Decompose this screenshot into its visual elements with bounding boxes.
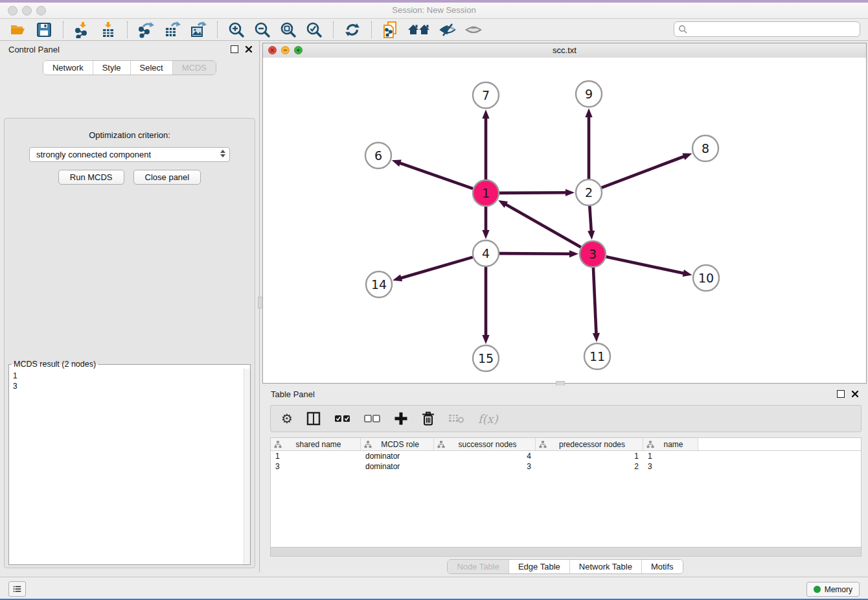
column-header-name[interactable]: name: [643, 438, 698, 450]
minimize-window-button[interactable]: [22, 6, 32, 16]
clone-network-button[interactable]: [380, 21, 401, 39]
apply-layout-button[interactable]: [342, 21, 363, 39]
delete-column-button[interactable]: [421, 409, 435, 428]
tab-network[interactable]: Network: [43, 61, 93, 75]
mcds-result-line: 3: [13, 381, 240, 391]
network-graph[interactable]: 7968124314101511: [263, 58, 866, 383]
table-cell: 1: [643, 451, 698, 461]
edge-3-11[interactable]: [593, 268, 597, 334]
save-session-button[interactable]: [34, 21, 54, 39]
import-network-button[interactable]: [72, 21, 93, 39]
edge-3-1[interactable]: [505, 204, 581, 248]
tab-edge-table[interactable]: Edge Table: [508, 560, 569, 573]
column-header-predecessor-nodes[interactable]: predecessor nodes: [536, 438, 643, 450]
import-table-button[interactable]: [98, 21, 119, 39]
search-input[interactable]: [690, 24, 860, 34]
hide-selected-button[interactable]: [463, 21, 484, 39]
edge-arrowhead: [482, 335, 489, 344]
eye-slash-icon: [439, 21, 457, 38]
network-maximize-button[interactable]: [294, 46, 303, 54]
edge-4-3[interactable]: [499, 253, 571, 254]
zoom-out-button[interactable]: [252, 21, 273, 39]
select-all-rows-button[interactable]: [334, 409, 351, 428]
network-close-button[interactable]: [268, 46, 277, 54]
edge-4-14[interactable]: [400, 257, 473, 279]
table-panel: Table Panel ⚙: [262, 386, 868, 575]
edge-2-8[interactable]: [602, 156, 685, 188]
tab-node-table[interactable]: Node Table: [448, 560, 508, 573]
refresh-icon: [344, 21, 361, 38]
mcds-result-legend: MCDS result (2 nodes): [12, 360, 98, 369]
task-history-button[interactable]: [8, 581, 26, 597]
control-panel-close-icon[interactable]: [245, 45, 253, 53]
deselect-all-rows-button[interactable]: [364, 409, 381, 428]
export-image-button[interactable]: [188, 21, 209, 39]
table-panel-title: Table Panel: [271, 389, 315, 399]
edge-arrowhead: [569, 250, 578, 257]
network-view-window: scc.txt 7968124314101511: [262, 43, 867, 384]
column-header-shared-name[interactable]: shared name: [271, 438, 361, 450]
edge-arrowhead: [682, 153, 692, 159]
export-network-button[interactable]: [136, 21, 157, 39]
table-cell: 3: [271, 461, 361, 472]
column-header-label: name: [654, 440, 698, 449]
close-panel-button[interactable]: Close panel: [133, 170, 201, 185]
tab-motifs[interactable]: Motifs: [641, 560, 683, 573]
graph-node-label: 10: [698, 271, 714, 285]
mcds-result-scrollbar[interactable]: [244, 369, 250, 564]
control-panel-tabs: NetworkStyleSelectMCDS: [43, 60, 216, 75]
graph-node-label: 9: [585, 87, 593, 101]
table-panel-maximize-button[interactable]: [837, 390, 845, 398]
create-column-button[interactable]: [394, 409, 408, 428]
table-horizontal-scrollbar[interactable]: [270, 548, 862, 557]
memory-label: Memory: [825, 585, 852, 594]
column-header-mcds-role[interactable]: MCDS role: [361, 438, 434, 450]
edge-1-2[interactable]: [499, 192, 567, 193]
graph-node-label: 2: [585, 185, 593, 200]
network-canvas[interactable]: 7968124314101511: [263, 58, 866, 383]
memory-button[interactable]: Memory: [806, 582, 860, 597]
table-cell: 1: [536, 451, 643, 461]
toggle-graphics-details-button[interactable]: [437, 21, 458, 39]
tab-mcds[interactable]: MCDS: [172, 61, 216, 75]
table-row[interactable]: 3dominator323: [271, 461, 861, 472]
function-builder-button: f(x): [478, 409, 498, 428]
criterion-dropdown[interactable]: strongly connected component: [29, 147, 230, 162]
zoom-fit-button[interactable]: [278, 21, 299, 39]
edge-1-6[interactable]: [399, 163, 473, 189]
column-header-label: successor nodes: [445, 440, 535, 449]
close-window-button[interactable]: [8, 6, 17, 16]
zoom-in-button[interactable]: [226, 21, 247, 39]
table-cell: 1: [271, 451, 361, 461]
tab-network-table[interactable]: Network Table: [569, 560, 641, 573]
application-window: Session: New Session: [0, 0, 868, 600]
edge-arrowhead: [585, 108, 592, 117]
show-all-networks-button[interactable]: [406, 21, 432, 39]
column-header-successor-nodes[interactable]: successor nodes: [434, 438, 536, 450]
split-view-button[interactable]: [306, 409, 321, 428]
zoom-window-button[interactable]: [36, 6, 46, 16]
mcds-result-line: 1: [13, 371, 240, 381]
control-panel-title: Control Panel: [8, 45, 60, 54]
table-cell: dominator: [361, 451, 434, 461]
zoom-selected-button[interactable]: [304, 21, 325, 39]
fx-icon: f(x): [478, 412, 498, 426]
hierarchy-icon: [364, 441, 372, 448]
zoom-selected-icon: [306, 21, 323, 38]
control-panel-maximize-button[interactable]: [231, 45, 238, 53]
network-minimize-button[interactable]: [281, 46, 290, 54]
open-file-button[interactable]: [8, 21, 29, 39]
edge-3-10[interactable]: [606, 257, 685, 273]
table-row[interactable]: 1dominator411: [271, 451, 861, 461]
toolbar-separator: [217, 21, 218, 38]
mcds-result-text[interactable]: 13: [9, 369, 244, 564]
network-window-titlebar: scc.txt: [263, 43, 866, 58]
tab-style[interactable]: Style: [93, 61, 130, 75]
edge-arrowhead: [683, 270, 692, 277]
table-panel-close-icon[interactable]: [851, 390, 859, 398]
run-mcds-button[interactable]: Run MCDS: [58, 170, 124, 185]
table-settings-button[interactable]: ⚙: [281, 409, 293, 428]
tab-select[interactable]: Select: [130, 61, 172, 75]
export-table-button[interactable]: [162, 21, 183, 39]
edge-2-3[interactable]: [589, 206, 591, 232]
